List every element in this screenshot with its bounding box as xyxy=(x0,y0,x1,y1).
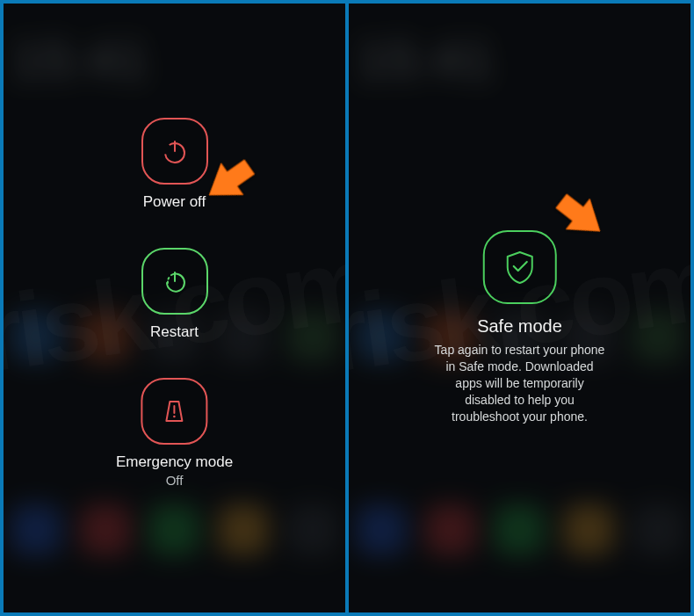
shield-icon xyxy=(483,230,557,304)
power-off-label: Power off xyxy=(143,193,206,211)
emergency-label: Emergency mode xyxy=(116,453,233,471)
power-menu-screenshot: 15:41 risk.com Power off xyxy=(4,4,345,612)
restart-button[interactable]: Restart xyxy=(141,248,208,341)
restart-icon xyxy=(141,248,208,315)
svg-point-4 xyxy=(173,416,176,418)
safe-mode-description: Tap again to restart your phone in Safe … xyxy=(434,342,605,424)
safe-mode-button[interactable]: Safe mode Tap again to restart your phon… xyxy=(434,230,605,424)
restart-label: Restart xyxy=(150,323,199,341)
emergency-icon xyxy=(141,378,207,445)
power-icon xyxy=(141,118,208,185)
emergency-status: Off xyxy=(166,473,184,488)
safe-mode-screenshot: 15:41 risk.com Safe mode Ta xyxy=(349,4,690,612)
safe-mode-title: Safe mode xyxy=(477,316,562,337)
power-off-button[interactable]: Power off xyxy=(141,118,208,211)
emergency-mode-button[interactable]: Emergency mode Off xyxy=(116,378,233,488)
